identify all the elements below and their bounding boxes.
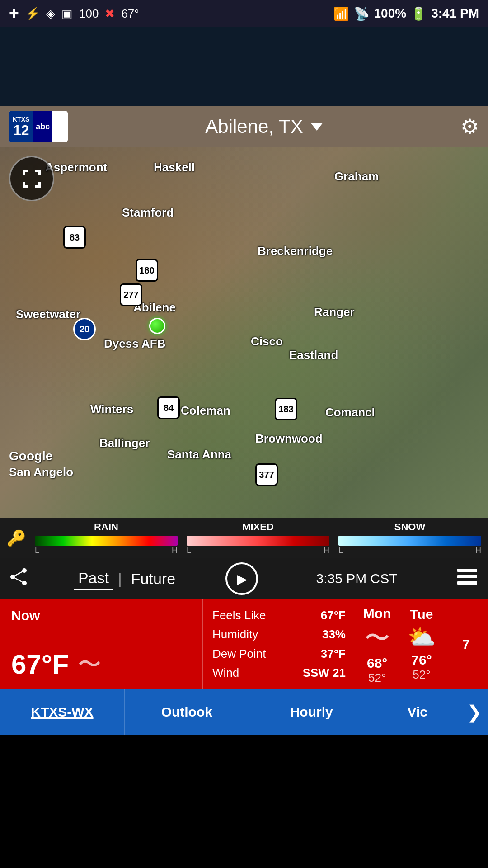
nav-vic[interactable]: Vic [374,689,461,735]
mon-weather-icon: 〜 [365,621,390,656]
logo-ktxs: KTXS 12 [9,111,33,142]
status-bar: ✚ ⚡ ◈ ▣ 100 ✖ 67° 📶 📡 100% 🔋 3:41 PM [0,0,488,27]
counter-icon: 100 [79,7,99,21]
legend-snow: SNOW L H [338,521,481,555]
map-attribution: Google [9,449,52,463]
svg-line-4 [13,577,24,583]
svg-rect-7 [457,581,477,585]
location-dropdown-arrow[interactable] [310,123,323,131]
map-label-sweetwater: Sweetwater [16,307,80,321]
map-label-breckenridge: Breckenridge [258,244,333,258]
legend-rain: RAIN L H [35,521,178,555]
nav-hourly[interactable]: Hourly [249,689,374,735]
nav-more-arrow[interactable]: ❯ [461,702,488,722]
road-sign-83: 83 [63,226,86,249]
logo: KTXS 12 abc [9,111,68,142]
feels-like-row: Feels Like 67°F [212,609,346,623]
map-label-santaanna: Santa Anna [167,448,231,462]
now-label: Now [11,608,40,623]
timeline-controls: Past | Future [35,567,219,590]
forecast-day-tue: Tue ⛅ 76° 52° [399,599,443,689]
tue-weather-icon: ⛅ [408,624,436,650]
ad-banner [0,27,488,106]
road-sign-277: 277 [120,283,142,306]
conditions-detail: Feels Like 67°F Humidity 33% Dew Point 3… [203,599,355,689]
header-location[interactable]: Abilene, TX [205,116,323,137]
map-label-coleman: Coleman [181,404,230,418]
share-button[interactable] [9,567,28,590]
future-button[interactable]: Future [127,568,180,590]
wind-row: Wind SSW 21 [212,666,346,680]
map-label-cisco: Cisco [251,335,283,349]
dropbox-icon: ◈ [46,7,55,21]
temp-status: 67° [121,7,139,21]
humidity-row: Humidity 33% [212,627,346,642]
road-sign-183: 183 [275,398,297,420]
map-label-eastland: Eastland [289,348,338,362]
app-header: KTXS 12 abc Abilene, TX ⚙ [0,106,488,147]
layers-button[interactable] [455,565,479,593]
map-label-graham: Graham [334,170,379,184]
svg-rect-6 [457,575,477,578]
map-label-brownwood: Brownwood [255,432,323,446]
svg-line-3 [13,571,24,577]
battery-percent: 100% [374,6,407,21]
road-sign-180: 180 [136,259,158,282]
close-icon: ✖ [105,7,115,21]
map-label-stamford: Stamford [122,206,174,220]
controls-bar: Past | Future ▶ 3:35 PM CST [0,558,488,599]
forecast-day-mon: Mon 〜 68° 52° [355,599,399,689]
legend-key-icon: 🔑 [7,529,26,547]
nav-outlook[interactable]: Outlook [125,689,249,735]
dew-point-row: Dew Point 37°F [212,647,346,661]
current-conditions: Now 67°F 〜 [0,599,203,689]
location-marker [149,318,165,334]
wind-condition-icon: 〜 [78,649,101,680]
photo-icon: ▣ [61,7,73,21]
legend-mixed: MIXED L H [187,521,329,555]
current-temperature: 67°F [11,651,69,678]
road-sign-84: 84 [157,396,180,419]
status-right: 📶 📡 100% 🔋 3:41 PM [333,6,479,21]
map-label-winters: Winters [90,402,133,416]
settings-button[interactable]: ⚙ [460,114,479,139]
map-label-comanche: Comancl [325,406,375,420]
past-button[interactable]: Past [74,567,113,590]
map-label-dyess: Dyess AFB [104,337,165,351]
svg-rect-5 [457,569,477,572]
forecast-scroll: Mon 〜 68° 52° Tue ⛅ 76° 52° 7 [355,599,488,689]
play-button[interactable]: ▶ [225,562,258,595]
nav-ktxs-wx[interactable]: KTXS-WX [0,689,125,735]
clock: 3:41 PM [431,6,479,21]
road-sign-20: 20 [73,318,96,340]
legend-bar: 🔑 RAIN L H MIXED L H SNOW L H [0,518,488,558]
bottom-nav: KTXS-WX Outlook Hourly Vic ❯ [0,689,488,735]
battery-icon: 🔋 [411,6,427,21]
usb-icon: ⚡ [25,7,40,21]
weather-panel: Now 67°F 〜 Feels Like 67°F Humidity 33% … [0,599,488,689]
forecast-day-wed-partial: 7 [444,599,488,689]
expand-map-button[interactable] [9,156,54,201]
map-label-haskell: Haskell [154,160,195,175]
map-background: Aspermont Haskell Graham Stamford Brecke… [0,147,488,518]
map-container[interactable]: Aspermont Haskell Graham Stamford Brecke… [0,147,488,518]
map-label-aspermont: Aspermont [45,160,107,175]
road-sign-377: 377 [255,463,278,486]
map-label-sanangelo: San Angelo [9,465,73,479]
logo-abc: abc [33,111,52,142]
map-label-ballinger: Ballinger [99,436,150,450]
status-icons: ✚ ⚡ ◈ ▣ 100 ✖ 67° [9,7,139,21]
playback-time: 3:35 PM CST [265,571,449,586]
wifi-icon: 📶 [333,6,349,21]
signal-icon: 📡 [354,6,370,21]
map-label-ranger: Ranger [314,305,355,319]
add-icon: ✚ [9,7,19,21]
